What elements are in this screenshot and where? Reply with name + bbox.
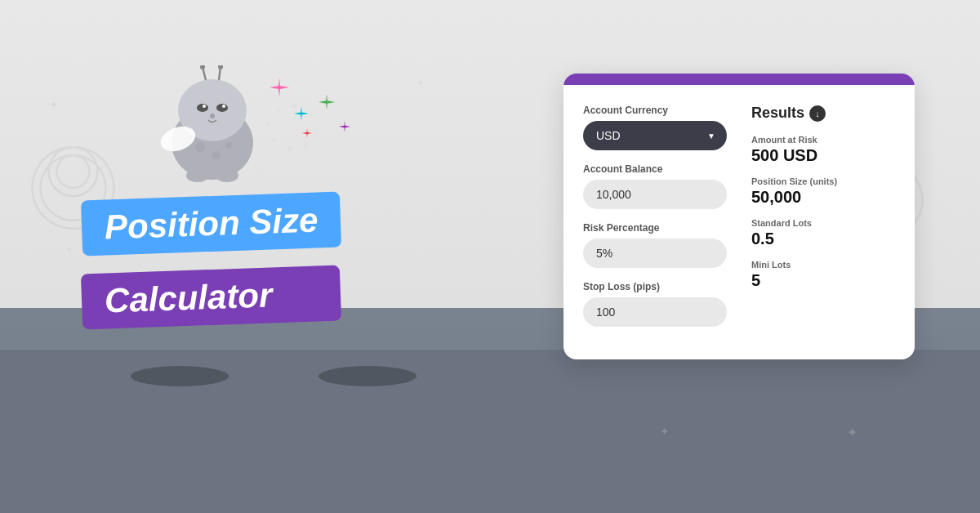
mini-lots-value: 5 [751, 271, 895, 290]
card-inputs: Account Currency USD EUR GBP JPY AUD Acc… [583, 105, 727, 340]
star-deco-1: ✦ [49, 98, 59, 111]
star-deco-2: ✦ [98, 163, 105, 172]
star-deco-7: ✦ [847, 425, 858, 440]
standard-lots-value: 0.5 [751, 230, 895, 248]
position-size-label: Position Size (units) [751, 176, 895, 186]
account-currency-label: Account Currency [583, 105, 727, 116]
star-deco-6: ✦ [65, 245, 72, 254]
risk-percentage-input[interactable] [583, 239, 727, 268]
svg-point-18 [309, 113, 313, 117]
svg-point-14 [225, 142, 232, 149]
svg-point-8 [216, 104, 228, 112]
sparkle-pink [270, 78, 289, 100]
mascot [155, 65, 270, 191]
svg-point-24 [276, 109, 279, 112]
sparkle-dots [261, 98, 327, 158]
shadow-right [318, 366, 416, 386]
account-currency-wrapper[interactable]: USD EUR GBP JPY AUD [583, 121, 727, 150]
svg-point-13 [212, 151, 220, 159]
standard-lots-label: Standard Lots [751, 218, 895, 228]
sparkle-purple [339, 121, 350, 136]
title-area: Position Size Calculator [82, 196, 341, 325]
svg-point-21 [287, 146, 292, 151]
stop-loss-input[interactable] [583, 297, 727, 327]
svg-point-16 [216, 169, 238, 182]
position-size-value: 50,000 [751, 188, 895, 207]
mini-lots-label: Mini Lots [751, 260, 895, 270]
card-results: Results ↓ Amount at Risk 500 USD Positio… [751, 105, 895, 340]
svg-point-23 [266, 123, 270, 127]
account-balance-label: Account Balance [583, 163, 727, 175]
results-info-icon[interactable]: ↓ [809, 105, 826, 122]
amount-at-risk-item: Amount at Risk 500 USD [751, 135, 895, 165]
title-line1: Position Size [81, 191, 342, 256]
svg-point-4 [200, 65, 205, 69]
account-balance-input[interactable] [583, 180, 727, 209]
amount-at-risk-value: 500 USD [751, 146, 895, 165]
svg-point-6 [218, 65, 223, 69]
standard-lots-item: Standard Lots 0.5 [751, 218, 895, 248]
svg-point-15 [186, 169, 209, 182]
calculator-card: Account Currency USD EUR GBP JPY AUD Acc… [564, 74, 915, 359]
risk-percentage-label: Risk Percentage [583, 222, 727, 234]
mini-lots-item: Mini Lots 5 [751, 260, 895, 290]
position-size-item: Position Size (units) 50,000 [751, 176, 895, 207]
svg-point-10 [222, 105, 225, 108]
star-deco-5: ✦ [416, 78, 425, 89]
account-currency-select[interactable]: USD EUR GBP JPY AUD [583, 121, 727, 150]
svg-point-20 [305, 144, 309, 148]
amount-at-risk-label: Amount at Risk [751, 135, 895, 145]
results-title-text: Results [751, 105, 804, 122]
title-line2: Calculator [81, 265, 342, 329]
svg-point-19 [315, 129, 318, 132]
svg-point-12 [195, 142, 205, 152]
card-header [564, 74, 915, 85]
svg-point-9 [203, 105, 206, 108]
svg-point-17 [292, 104, 296, 109]
shadow-left [131, 366, 229, 386]
results-title: Results ↓ [751, 105, 895, 122]
stop-loss-label: Stop Loss (pips) [583, 281, 727, 292]
star-deco-4: ✦ [660, 425, 670, 438]
svg-point-7 [197, 104, 208, 112]
svg-point-11 [210, 114, 215, 118]
card-body: Account Currency USD EUR GBP JPY AUD Acc… [564, 85, 915, 359]
svg-point-22 [272, 139, 275, 142]
